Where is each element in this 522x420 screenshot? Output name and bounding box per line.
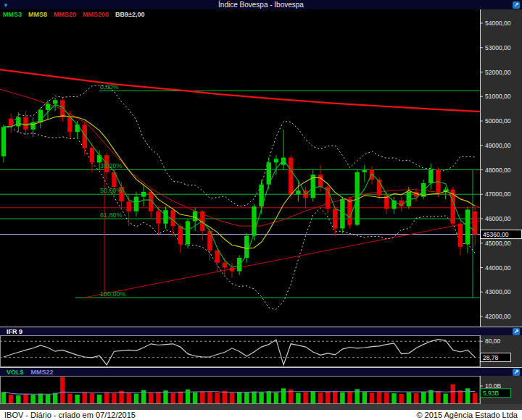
- svg-text:52000,00: 52000,00: [485, 69, 511, 76]
- ifr-panel-header: IFR 9 ↗: [0, 327, 522, 335]
- legend-mms3: MMS3: [3, 11, 22, 18]
- status-bar: IBOV - Diário - criado em 07/12/2015 © 2…: [0, 410, 522, 420]
- svg-text:49000,00: 49000,00: [485, 142, 511, 149]
- app-icon: ▾: [2, 1, 9, 9]
- svg-text:0,00%: 0,00%: [100, 83, 119, 91]
- svg-text:50,00%: 50,00%: [100, 187, 123, 194]
- price-chart[interactable]: 54000,0053000,0052000,0051000,0050000,00…: [0, 0, 522, 420]
- maximize-icon[interactable]: ↗: [513, 1, 520, 9]
- svg-text:5,93B: 5,93B: [483, 390, 500, 397]
- ifr-maximize-icon[interactable]: ↗: [513, 328, 520, 335]
- vol-panel-title: VOL$: [7, 369, 24, 376]
- title-bar: ▾ Índice Bovespa - Ibovespa ↗: [0, 0, 522, 9]
- legend-mms200: MMS200: [83, 11, 109, 18]
- svg-text:28,78: 28,78: [483, 354, 499, 361]
- svg-text:38,20%: 38,20%: [100, 162, 123, 169]
- svg-text:42000,00: 42000,00: [485, 313, 511, 320]
- window-title: Índice Bovespa - Ibovespa: [9, 0, 513, 9]
- svg-text:50000,00: 50000,00: [485, 117, 511, 125]
- legend-bb9: BB9±2,00: [115, 11, 144, 18]
- svg-text:47000,00: 47000,00: [485, 190, 511, 198]
- legend-mms20: MMS20: [54, 11, 76, 18]
- indicator-legend: MMS3MMS8MMS20MMS200BB9±2,00: [3, 11, 152, 18]
- status-right: © 2015 Agência Estado Ltda: [416, 411, 518, 419]
- svg-text:48000,00: 48000,00: [485, 167, 511, 174]
- svg-text:61,80%: 61,80%: [100, 211, 123, 219]
- vol-panel-header: VOL$ MMS22 ↗: [0, 367, 522, 376]
- ifr-panel-title: IFR 9: [7, 328, 22, 335]
- svg-text:44000,00: 44000,00: [485, 264, 511, 272]
- svg-text:100,00%: 100,00%: [100, 290, 126, 298]
- vol-panel-subtitle: MMS22: [31, 369, 54, 376]
- vol-maximize-icon[interactable]: ↗: [513, 369, 520, 376]
- svg-text:53000,00: 53000,00: [485, 44, 511, 51]
- svg-text:54000,00: 54000,00: [485, 20, 511, 27]
- svg-text:45000,00: 45000,00: [485, 240, 511, 247]
- svg-text:80,00: 80,00: [485, 337, 501, 345]
- status-left: IBOV - Diário - criado em 07/12/2015: [4, 411, 136, 419]
- svg-text:51000,00: 51000,00: [485, 93, 511, 100]
- svg-text:45360,00: 45360,00: [483, 231, 509, 238]
- svg-text:43000,00: 43000,00: [485, 288, 511, 295]
- svg-text:46000,00: 46000,00: [485, 215, 511, 222]
- trading-app-window: 54000,0053000,0052000,0051000,0050000,00…: [0, 0, 522, 420]
- legend-mms8: MMS8: [28, 11, 47, 18]
